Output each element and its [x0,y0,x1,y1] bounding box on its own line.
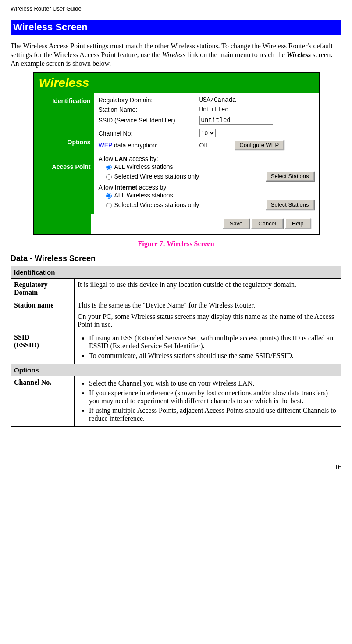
select-stations-lan-button[interactable]: Select Stations [266,171,314,181]
channel-no-row-label: Channel No. [11,376,75,427]
data-table: Identification Regulatory Domain It is i… [11,266,341,427]
table-row: Station name This is the same as the "De… [11,299,341,331]
allow-lan-text: access by: [128,155,158,162]
figure-title: Wireless [34,73,319,93]
channel-bullet: If using multiple Access Points, adjacen… [89,407,338,422]
channel-no-label: Channel No: [99,130,199,137]
regulatory-domain-row-label: Regulatory Domain [11,279,75,299]
save-button[interactable]: Save [223,218,250,229]
cancel-button[interactable]: Cancel [251,218,283,229]
allow-internet-bold: Internet [115,184,137,191]
wep-label: data encryption: [112,142,158,149]
select-stations-internet-button[interactable]: Select Stations [266,200,314,210]
wireless-screen-figure: Wireless Identification Options Access P… [33,72,320,235]
allow-internet-text: access by: [137,184,168,191]
internet-selected-label: Selected Wireless stations only [114,201,199,208]
internet-all-label: ALL Wireless stations [114,192,173,199]
intro-paragraph: The Wireless Access Point settings must … [11,42,341,68]
page-header: Wireless Router User Guide [11,5,341,12]
lan-selected-radio[interactable] [106,174,112,180]
ssid-row-label: SSID [14,333,71,341]
section-title: Wireless Screen [11,20,341,35]
station-name-row-text: On your PC, some Wireless status screens… [78,313,338,329]
figure-caption: Figure 7: Wireless Screen [11,240,341,248]
internet-all-radio[interactable] [106,193,112,199]
station-name-row-text: This is the same as the "Device Name" fo… [78,301,338,309]
channel-no-select[interactable]: 10 [199,129,216,137]
regulatory-domain-row-text: It is illegal to use this device in any … [75,279,341,299]
regulatory-domain-value: USA/Canada [199,97,236,104]
wep-link[interactable]: WEP [99,142,113,149]
wep-value: Off [199,142,235,149]
table-row: Regulatory Domain It is illegal to use t… [11,279,341,299]
wireless-screen-ref: Wireless [287,51,311,58]
internet-selected-radio[interactable] [106,203,112,208]
identification-header: Identification [11,266,341,279]
ssid-bullet: To communicate, all Wireless stations sh… [89,352,338,360]
essid-row-label: (ESSID) [14,341,71,349]
intro-text: link on the main menu to reach the [187,51,287,58]
channel-bullet: Select the Channel you wish to use on yo… [89,379,338,387]
table-row: SSID (ESSID) If using an ESS (Extended S… [11,331,341,364]
allow-internet-text: Allow [99,184,115,191]
allow-lan-text: Allow [99,155,115,162]
lan-all-label: ALL Wireless stations [114,163,173,170]
table-header-row: Identification [11,266,341,279]
ssid-input[interactable] [199,116,273,125]
side-label-identification: Identification [34,97,91,104]
lan-all-radio[interactable] [106,165,112,170]
ssid-bullet: If using an ESS (Extended Service Set, w… [89,334,338,350]
table-header-row: Options [11,364,341,376]
channel-bullet: If you experience interference (shown by… [89,389,338,405]
station-name-value: Untitled [199,106,229,113]
data-section-title: Data - Wireless Screen [11,254,341,263]
page-number: 16 [11,462,341,471]
side-label-options: Options [34,139,91,146]
configure-wep-button[interactable]: Configure WEP [235,140,284,150]
help-button[interactable]: Help [285,218,311,229]
side-label-access-point: Access Point [34,163,91,170]
allow-lan-bold: LAN [115,155,128,162]
regulatory-domain-label: Regulatory Domain: [99,97,199,104]
table-row: Channel No. Select the Channel you wish … [11,376,341,427]
options-header: Options [11,364,341,376]
station-name-label: Station Name: [99,106,199,113]
station-name-row-label: Station name [11,299,75,331]
wireless-link-ref: Wireless [162,51,186,58]
lan-selected-label: Selected Wireless stations only [114,173,199,180]
ssid-label: SSID (Service Set Identifier) [99,117,199,124]
